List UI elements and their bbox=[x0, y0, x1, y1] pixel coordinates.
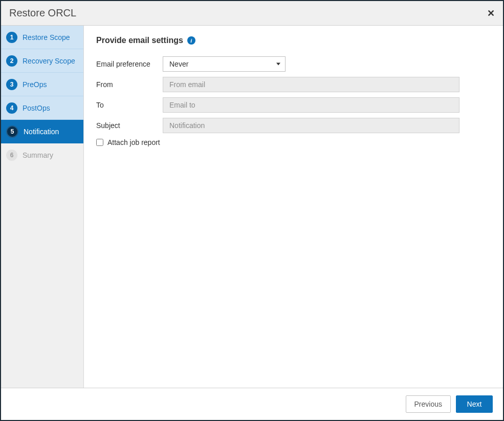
next-button[interactable]: Next bbox=[456, 395, 493, 413]
email-preference-select[interactable]: Never bbox=[163, 56, 286, 72]
label-from: From bbox=[96, 80, 163, 89]
step-summary[interactable]: 6 Summary bbox=[1, 143, 83, 167]
step-number: 2 bbox=[6, 55, 17, 67]
step-number: 5 bbox=[6, 125, 18, 138]
select-value: Never bbox=[169, 60, 188, 68]
from-email-input[interactable] bbox=[163, 77, 459, 92]
step-content: Provide email settings i Email preferenc… bbox=[84, 26, 503, 388]
step-number: 6 bbox=[6, 150, 17, 161]
info-icon[interactable]: i bbox=[187, 36, 195, 45]
step-label: Notification bbox=[24, 128, 59, 136]
step-preops[interactable]: 3 PreOps bbox=[1, 73, 83, 96]
modal-footer: Previous Next bbox=[1, 388, 503, 420]
step-label: Restore Scope bbox=[23, 33, 70, 41]
section-heading: Provide email settings bbox=[96, 36, 183, 45]
step-notification[interactable]: 5 Notification bbox=[1, 120, 83, 143]
attach-report-checkbox[interactable] bbox=[96, 139, 103, 146]
section-title: Provide email settings i bbox=[96, 36, 493, 45]
attach-report-label: Attach job report bbox=[107, 138, 160, 146]
restore-modal: Restore ORCL ✕ 1 Restore Scope 2 Recover… bbox=[0, 0, 504, 421]
step-label: Summary bbox=[23, 151, 53, 159]
label-email-preference: Email preference bbox=[96, 60, 163, 68]
modal-title: Restore ORCL bbox=[9, 7, 76, 19]
to-email-input[interactable] bbox=[163, 97, 459, 113]
step-label: Recovery Scope bbox=[23, 57, 75, 65]
label-to: To bbox=[96, 101, 163, 109]
label-subject: Subject bbox=[96, 121, 163, 130]
step-postops[interactable]: 4 PostOps bbox=[1, 96, 83, 120]
previous-button[interactable]: Previous bbox=[406, 395, 451, 413]
step-label: PreOps bbox=[23, 80, 47, 89]
close-icon[interactable]: ✕ bbox=[487, 9, 495, 18]
step-number: 1 bbox=[6, 32, 17, 43]
step-restore-scope[interactable]: 1 Restore Scope bbox=[1, 26, 83, 49]
step-recovery-scope[interactable]: 2 Recovery Scope bbox=[1, 49, 83, 73]
step-number: 3 bbox=[6, 79, 17, 90]
subject-input[interactable] bbox=[163, 118, 459, 133]
step-label: PostOps bbox=[23, 104, 50, 112]
wizard-sidebar: 1 Restore Scope 2 Recovery Scope 3 PreOp… bbox=[1, 26, 84, 388]
step-number: 4 bbox=[6, 102, 17, 114]
modal-header: Restore ORCL ✕ bbox=[1, 1, 503, 26]
